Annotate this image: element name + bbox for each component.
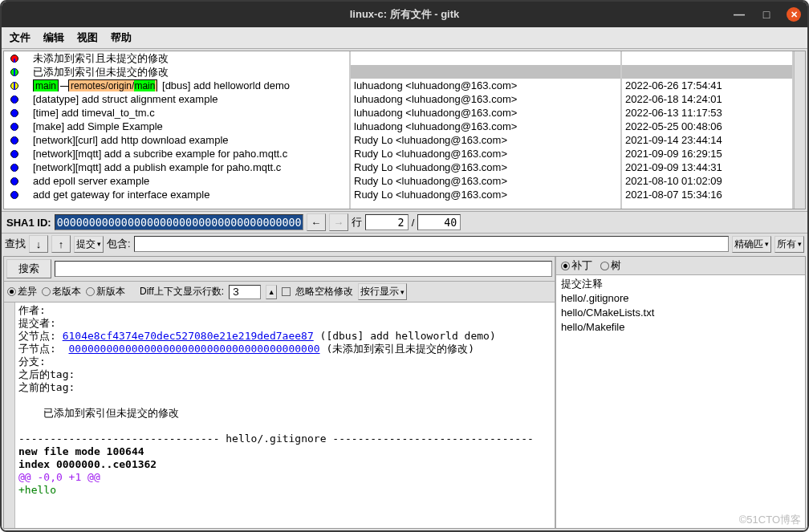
author-cell[interactable]: luhuadong <luhuadong@163.com> (351, 120, 620, 133)
commit-message: [datatype] add struct alignment example (33, 93, 218, 105)
find-input[interactable] (134, 236, 729, 252)
menu-help[interactable]: 帮助 (106, 29, 136, 47)
diff-left-scrollbar[interactable] (4, 303, 15, 528)
author-cell[interactable] (351, 65, 620, 79)
author-cell[interactable]: Rudy Lo <luhuadong@163.com> (351, 188, 620, 201)
commit-row[interactable]: 未添加到索引且未提交的修改 (4, 51, 349, 65)
row-label: 行 (352, 215, 362, 229)
commit-row[interactable]: [network][mqtt] add a publish example fo… (4, 160, 349, 174)
diff-panel: 搜索 差异 老版本 新版本 Diff上下文显示行数: ▲ 忽略空格修改 按行显示 (4, 257, 556, 528)
find-contains-label: 包含: (107, 237, 131, 251)
author-cell[interactable]: Rudy Lo <luhuadong@163.com> (351, 174, 620, 188)
commit-message: [dbus] add helloworld demo (162, 79, 290, 91)
commit-row[interactable]: [network][mqtt] add a subcribe example f… (4, 147, 349, 160)
date-cell[interactable]: 2022-06-13 11:17:53 (622, 106, 792, 120)
date-cell[interactable]: 2021-08-07 15:34:16 (622, 188, 792, 201)
author-cell[interactable]: Rudy Lo <luhuadong@163.com> (351, 133, 620, 147)
context-lines-input[interactable] (229, 285, 261, 299)
branch-tag-main[interactable]: main (33, 79, 59, 91)
date-cell[interactable]: 2022-06-26 17:54:41 (622, 79, 792, 92)
author-cell[interactable]: luhuadong <luhuadong@163.com> (351, 106, 620, 120)
sha-row: SHA1 ID: ← → 行 / (2, 211, 807, 234)
commit-row[interactable]: [datatype] add struct alignment example (4, 92, 349, 106)
find-match-combo[interactable]: 精确匹 (732, 236, 771, 253)
close-button[interactable]: ✕ (787, 7, 801, 22)
file-list[interactable]: 提交注释 hello/.gitignore hello/CMakeLists.t… (556, 275, 805, 528)
commit-row[interactable]: [make] add Simple Example (4, 120, 349, 133)
nav-forward-button[interactable]: → (329, 213, 348, 231)
file-item[interactable]: hello/Makefile (561, 320, 800, 335)
sha-input[interactable] (55, 214, 303, 230)
commit-message: [make] add Simple Example (33, 120, 163, 132)
window-controls: — □ ✕ (732, 7, 801, 22)
line-display-combo[interactable]: 按行显示 (358, 283, 407, 300)
file-item[interactable]: hello/.gitignore (561, 291, 800, 306)
window-title: linux-c: 所有文件 - gitk (350, 7, 460, 22)
diff-text-view[interactable]: 作者: 提交者: 父节点: 6104e8cf4374e70dec527080e2… (15, 303, 555, 528)
branch-tag-remote[interactable]: remotes/origin/main (68, 79, 157, 91)
nav-back-button[interactable]: ← (307, 213, 326, 231)
commit-message: add epoll server example (33, 175, 149, 187)
file-item[interactable]: hello/CMakeLists.txt (561, 306, 800, 320)
child-link[interactable]: 0000000000000000000000000000000000000000 (68, 343, 319, 355)
commit-message: [network][curl] add http download exampl… (33, 134, 229, 146)
current-row-input[interactable] (365, 214, 409, 230)
commit-row[interactable]: add epoll server example (4, 174, 349, 188)
diff-options-row: 差异 老版本 新版本 Diff上下文显示行数: ▲ 忽略空格修改 按行显示 (4, 282, 555, 303)
title-bar: linux-c: 所有文件 - gitk — □ ✕ (2, 2, 807, 27)
date-cell[interactable] (622, 65, 792, 79)
date-cell[interactable]: 2021-09-14 23:44:14 (622, 133, 792, 147)
radio-tree[interactable]: 树 (600, 258, 621, 273)
commit-row[interactable]: [time] add timeval_to_tm.c (4, 106, 349, 120)
commit-row[interactable]: 已添加到索引但未提交的修改 (4, 65, 349, 79)
ignore-ws-checkbox[interactable] (282, 287, 291, 296)
search-button[interactable]: 搜索 (6, 259, 51, 278)
find-fields-combo[interactable]: 所有 (774, 236, 804, 253)
radio-old[interactable]: 老版本 (42, 285, 81, 298)
commit-row[interactable]: [network][curl] add http download exampl… (4, 133, 349, 147)
date-cell[interactable]: 2022-05-25 00:48:06 (622, 120, 792, 133)
find-type-combo[interactable]: 提交 (74, 236, 104, 253)
menu-file[interactable]: 文件 (5, 29, 35, 47)
radio-new[interactable]: 新版本 (86, 285, 125, 298)
commit-row[interactable]: add get gateway for interface example (4, 188, 349, 201)
commit-list-panel: 未添加到索引且未提交的修改已添加到索引但未提交的修改mainremotes/or… (3, 51, 806, 209)
author-cell[interactable]: luhuadong <luhuadong@163.com> (351, 79, 620, 92)
date-cell[interactable]: 2021-09-09 13:44:31 (622, 160, 792, 174)
date-cell[interactable] (622, 51, 792, 65)
author-cell[interactable]: Rudy Lo <luhuadong@163.com> (351, 160, 620, 174)
bottom-panel: 搜索 差异 老版本 新版本 Diff上下文显示行数: ▲ 忽略空格修改 按行显示 (3, 256, 806, 529)
author-cell[interactable]: Rudy Lo <luhuadong@163.com> (351, 147, 620, 160)
total-rows (417, 214, 461, 230)
find-row: 查找 ↓ ↑ 提交 包含: 精确匹 所有 (2, 234, 807, 254)
find-next-button[interactable]: ↓ (29, 235, 48, 253)
author-cell[interactable]: luhuadong <luhuadong@163.com> (351, 92, 620, 106)
ignore-ws-label: 忽略空格修改 (295, 285, 353, 298)
date-cell[interactable]: 2021-08-10 01:02:09 (622, 174, 792, 188)
date-cell[interactable]: 2021-09-09 16:29:15 (622, 147, 792, 160)
find-label: 查找 (5, 237, 26, 251)
commit-message: [network][mqtt] add a subcribe example f… (33, 148, 287, 160)
minimize-button[interactable]: — (732, 7, 746, 22)
watermark: ©51CTO博客 (739, 513, 801, 527)
file-tree-panel: 补丁 树 提交注释 hello/.gitignore hello/CMakeLi… (556, 257, 805, 528)
radio-patch[interactable]: 补丁 (561, 258, 592, 273)
commit-message: add get gateway for interface example (33, 189, 209, 201)
commit-scrollbar[interactable] (794, 51, 805, 209)
commits-column[interactable]: 未添加到索引且未提交的修改已添加到索引但未提交的修改mainremotes/or… (4, 51, 351, 209)
parent-link[interactable]: 6104e8cf4374e70dec527080e21e219ded7aee87 (63, 330, 314, 342)
context-lines-label: Diff上下文显示行数: (140, 285, 224, 298)
file-comment-note[interactable]: 提交注释 (561, 277, 800, 291)
maximize-button[interactable]: □ (759, 7, 774, 22)
author-column[interactable]: luhuadong <luhuadong@163.com>luhuadong <… (351, 51, 622, 209)
menu-edit[interactable]: 编辑 (39, 29, 69, 47)
menu-view[interactable]: 视图 (72, 29, 103, 47)
radio-diff[interactable]: 差异 (7, 285, 37, 298)
commit-row[interactable]: mainremotes/origin/main [dbus] add hello… (4, 79, 349, 92)
find-prev-button[interactable]: ↑ (51, 235, 71, 253)
search-input[interactable] (55, 261, 552, 277)
author-cell[interactable] (351, 51, 620, 65)
date-cell[interactable]: 2022-06-18 14:24:01 (622, 92, 792, 106)
date-column[interactable]: 2022-06-26 17:54:412022-06-18 14:24:0120… (622, 51, 794, 209)
context-spinner[interactable]: ▲ (266, 285, 277, 299)
